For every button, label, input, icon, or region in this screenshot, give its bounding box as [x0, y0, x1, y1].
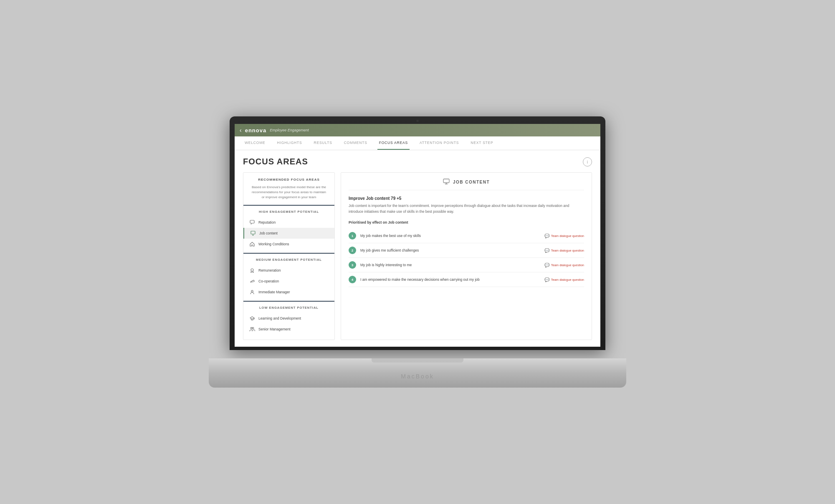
focus-item-immediate-manager[interactable]: Immediate Manager	[243, 287, 334, 297]
question-item-2: 2 My job gives me sufficient challenges …	[349, 243, 584, 258]
svg-rect-1	[251, 231, 255, 234]
dialogue-icon-2: 💬	[544, 248, 549, 253]
team-dialogue-btn-3[interactable]: 💬 Team dialogue question	[544, 263, 584, 267]
question-text-3: My job is highly interesting to me	[360, 263, 540, 267]
team-dialogue-label-1: Team dialogue question	[551, 234, 584, 238]
focus-item-reputation[interactable]: Reputation	[243, 217, 334, 228]
left-panel-title: RECOMMENDED FOCUS AREAS	[243, 178, 334, 181]
right-panel-title: JOB CONTENT	[453, 180, 490, 184]
team-dialogue-btn-1[interactable]: 💬 Team dialogue question	[544, 234, 584, 238]
info-button[interactable]: i	[583, 157, 592, 166]
person-icon	[249, 289, 255, 295]
laptop-base: MacBook	[209, 358, 626, 388]
svg-point-7	[252, 328, 254, 329]
monitor-icon	[250, 230, 256, 236]
svg-point-3	[251, 290, 253, 292]
info-icon: i	[587, 159, 588, 164]
focus-label-learning: Learning and Development	[258, 316, 301, 320]
page-header: FOCUS AREAS i	[243, 157, 592, 166]
focus-item-working-conditions[interactable]: Working Conditions	[243, 239, 334, 249]
nav-highlights[interactable]: HIGHLIGHTS	[276, 136, 304, 150]
brand-name: ennova	[245, 127, 267, 134]
focus-label-working-conditions: Working Conditions	[258, 242, 289, 246]
team-dialogue-label-3: Team dialogue question	[551, 263, 584, 267]
nav-next-step[interactable]: NEXT STEP	[469, 136, 495, 150]
team-dialogue-label-4: Team dialogue question	[551, 278, 584, 282]
divider-high	[243, 205, 334, 206]
laptop-container: ‹ ennova Employee Engagement WELCOME HIG…	[209, 116, 626, 388]
speech-bubble-icon	[249, 219, 255, 225]
focus-label-immediate-manager: Immediate Manager	[258, 290, 290, 294]
question-number-2: 2	[349, 247, 356, 254]
divider-medium	[243, 253, 334, 254]
screen-frame: ‹ ennova Employee Engagement WELCOME HIG…	[230, 116, 605, 350]
dialogue-icon-3: 💬	[544, 263, 549, 267]
focus-item-cooperation[interactable]: Co-operation	[243, 276, 334, 287]
focus-label-cooperation: Co-operation	[258, 279, 279, 283]
question-number-3: 3	[349, 261, 356, 269]
main-content: FOCUS AREAS i RECOMMENDED FOCUS AREAS Ba…	[235, 150, 600, 347]
svg-point-2	[251, 269, 253, 271]
nav-welcome[interactable]: WELCOME	[243, 136, 267, 150]
content-row: RECOMMENDED FOCUS AREAS Based on Ennova'…	[243, 172, 592, 340]
question-item-3: 3 My job is highly interesting to me 💬 T…	[349, 258, 584, 272]
dialogue-icon-4: 💬	[544, 277, 549, 282]
focus-item-remuneration[interactable]: Remuneration	[243, 265, 334, 276]
question-item-4: 4 I am empowered to make the necessary d…	[349, 272, 584, 287]
prioritised-label: Prioritised by effect on Job content	[349, 220, 584, 224]
graduation-icon	[249, 315, 255, 321]
cloud-icon	[249, 278, 255, 284]
focus-item-learning[interactable]: Learning and Development	[243, 313, 334, 324]
focus-label-remuneration: Remuneration	[258, 268, 281, 272]
focus-item-senior-management[interactable]: Senior Management	[243, 324, 334, 335]
hinge-notch	[372, 358, 463, 363]
focus-item-job-content[interactable]: Job content	[243, 228, 334, 239]
right-panel-header: JOB CONTENT	[349, 179, 584, 190]
section-medium: MEDIUM ENGAGEMENT POTENTIAL	[243, 256, 334, 263]
team-dialogue-btn-2[interactable]: 💬 Team dialogue question	[544, 248, 584, 253]
people-icon	[249, 326, 255, 332]
nav-focus-areas[interactable]: FOCUS AREAS	[377, 136, 410, 150]
svg-rect-8	[443, 179, 449, 183]
focus-label-job-content: Job content	[259, 231, 278, 235]
macbook-label: MacBook	[401, 373, 434, 380]
focus-label-reputation: Reputation	[258, 220, 276, 224]
left-panel: RECOMMENDED FOCUS AREAS Based on Ennova'…	[243, 172, 335, 340]
team-dialogue-label-2: Team dialogue question	[551, 249, 584, 252]
team-dialogue-btn-4[interactable]: 💬 Team dialogue question	[544, 277, 584, 282]
left-panel-desc: Based on Ennova's predictive model these…	[243, 185, 334, 200]
right-panel: JOB CONTENT Improve Job content 79 +5 Jo…	[341, 172, 592, 340]
question-number-4: 4	[349, 276, 356, 283]
svg-marker-4	[250, 317, 254, 319]
dialogue-icon-1: 💬	[544, 234, 549, 238]
back-button[interactable]: ‹	[240, 127, 242, 134]
improve-desc: Job content is important for the team's …	[349, 203, 584, 214]
app-container: ‹ ennova Employee Engagement WELCOME HIG…	[235, 124, 600, 347]
question-number-1: 1	[349, 232, 356, 239]
section-high: HIGH ENGAGEMENT POTENTIAL	[243, 208, 334, 215]
brand-subtitle: Employee Engagement	[270, 128, 309, 132]
question-text-2: My job gives me sufficient challenges	[360, 248, 540, 252]
home-icon	[249, 241, 255, 247]
svg-rect-0	[250, 220, 254, 223]
nav-results[interactable]: RESULTS	[312, 136, 334, 150]
badge-icon	[249, 267, 255, 273]
section-low: LOW ENGAGEMENT POTENTIAL	[243, 304, 334, 311]
focus-label-senior-management: Senior Management	[258, 327, 291, 331]
page-title: FOCUS AREAS	[243, 157, 308, 166]
screen-content: ‹ ennova Employee Engagement WELCOME HIG…	[235, 124, 600, 347]
nav-attention-points[interactable]: ATTENTION POINTS	[418, 136, 461, 150]
nav-bar: WELCOME HIGHLIGHTS RESULTS COMMENTS FOCU…	[235, 136, 600, 150]
improve-title: Improve Job content 79 +5	[349, 196, 584, 201]
top-bar: ‹ ennova Employee Engagement	[235, 124, 600, 136]
nav-comments[interactable]: COMMENTS	[342, 136, 369, 150]
question-item-1: 1 My job makes the best use of my skills…	[349, 229, 584, 243]
monitor-header-icon	[443, 179, 450, 186]
divider-low	[243, 301, 334, 302]
camera-dot	[417, 120, 419, 122]
question-text-1: My job makes the best use of my skills	[360, 234, 540, 238]
question-text-4: I am empowered to make the necessary dec…	[360, 277, 540, 282]
svg-point-6	[250, 328, 252, 329]
